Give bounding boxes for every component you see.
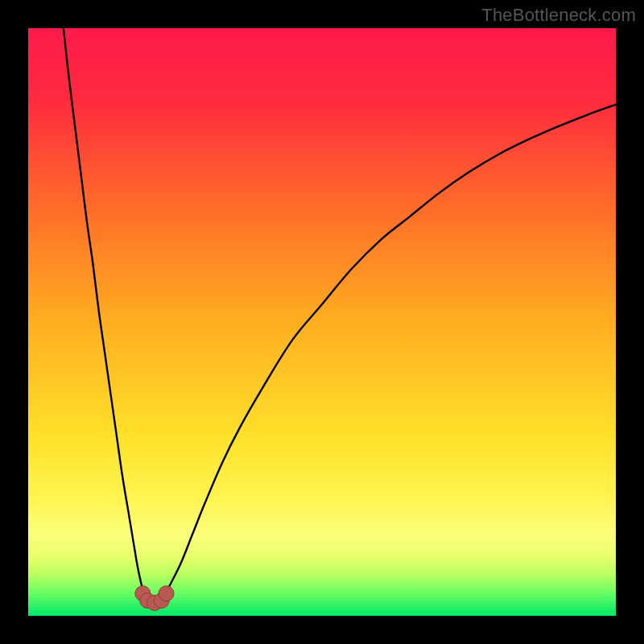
chart-frame: TheBottleneck.com	[0, 0, 644, 644]
plot-area	[28, 28, 616, 616]
notch-markers	[135, 586, 174, 611]
notch-marker	[159, 586, 174, 601]
bottleneck-curve	[28, 28, 616, 616]
watermark-text: TheBottleneck.com	[481, 5, 636, 26]
